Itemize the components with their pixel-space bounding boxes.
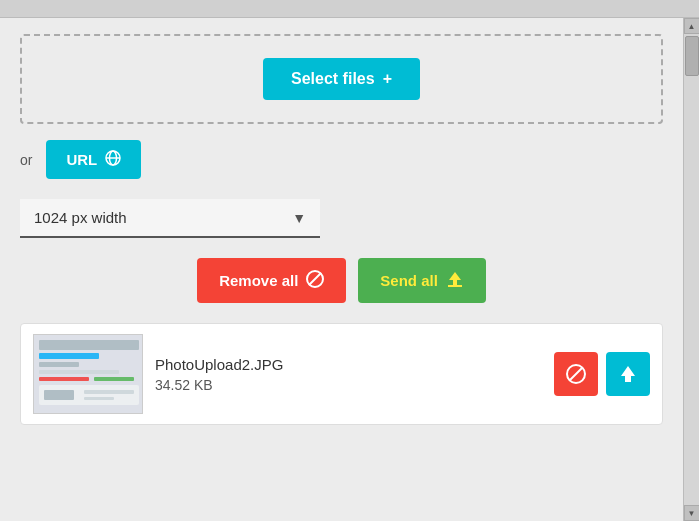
width-selector: 1024 px width ▼ xyxy=(20,199,663,238)
svg-rect-15 xyxy=(44,390,74,400)
file-item: PhotoUpload2.JPG 34.52 KB xyxy=(20,323,663,425)
svg-rect-16 xyxy=(84,390,134,394)
width-dropdown[interactable]: 1024 px width ▼ xyxy=(20,199,320,238)
file-remove-button[interactable] xyxy=(554,352,598,396)
chevron-down-icon: ▼ xyxy=(292,210,306,226)
width-value: 1024 px width xyxy=(34,209,127,226)
url-button-label: URL xyxy=(66,151,97,168)
globe-icon xyxy=(105,150,121,169)
file-size: 34.52 KB xyxy=(155,377,542,393)
scrollbar-thumb[interactable] xyxy=(685,36,699,76)
ban-icon xyxy=(306,270,324,291)
remove-all-button[interactable]: Remove all xyxy=(197,258,346,303)
action-buttons-row: Remove all Send all xyxy=(20,258,663,303)
top-bar xyxy=(0,0,699,18)
svg-marker-5 xyxy=(449,272,461,286)
svg-line-19 xyxy=(570,368,582,380)
scrollbar: ▲ ▼ xyxy=(683,18,699,521)
or-label: or xyxy=(20,152,32,168)
send-all-button[interactable]: Send all xyxy=(358,258,486,303)
url-button[interactable]: URL xyxy=(46,140,141,179)
svg-rect-11 xyxy=(39,370,119,374)
svg-marker-20 xyxy=(621,366,635,382)
scroll-up-arrow[interactable]: ▲ xyxy=(684,18,700,34)
svg-rect-6 xyxy=(448,285,462,287)
plus-icon: + xyxy=(383,70,392,88)
svg-rect-8 xyxy=(39,340,139,350)
content-area: Select files + or URL 1024 px w xyxy=(0,18,683,521)
svg-rect-10 xyxy=(39,362,79,367)
file-send-button[interactable] xyxy=(606,352,650,396)
select-files-label: Select files xyxy=(291,70,375,88)
remove-all-label: Remove all xyxy=(219,272,298,289)
svg-rect-13 xyxy=(94,377,134,381)
drop-zone: Select files + xyxy=(20,34,663,124)
upload-icon xyxy=(446,270,464,291)
file-action-buttons xyxy=(554,352,650,396)
url-row: or URL xyxy=(20,140,663,179)
scroll-down-arrow[interactable]: ▼ xyxy=(684,505,700,521)
thumbnail-content xyxy=(34,335,142,413)
file-name: PhotoUpload2.JPG xyxy=(155,356,542,373)
svg-rect-17 xyxy=(84,397,114,400)
select-files-button[interactable]: Select files + xyxy=(263,58,420,100)
svg-rect-9 xyxy=(39,353,99,359)
send-all-label: Send all xyxy=(380,272,438,289)
svg-line-4 xyxy=(309,273,321,285)
file-info: PhotoUpload2.JPG 34.52 KB xyxy=(155,356,542,393)
file-thumbnail xyxy=(33,334,143,414)
svg-rect-12 xyxy=(39,377,89,381)
